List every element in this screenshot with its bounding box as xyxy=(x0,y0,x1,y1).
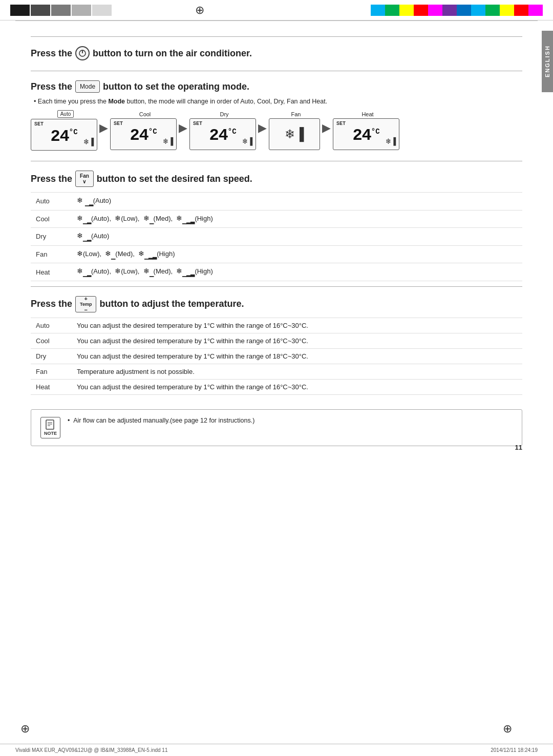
color-block-purple xyxy=(442,5,457,16)
mode-heading-text: button to set the operating mode. xyxy=(103,81,249,92)
fan-icon-auto: ❄︎▐ xyxy=(84,137,94,147)
color-block-green2 xyxy=(485,5,500,16)
temp-dry: 24 xyxy=(209,126,227,145)
section-temperature: Press the + Temp − button to adjust the … xyxy=(31,286,522,400)
temp-desc-dry: You can adjust the desired temperature b… xyxy=(72,348,522,364)
color-block-red2 xyxy=(514,5,528,16)
fan-speeds-fan: ❄︎(Low), ❄︎▁(Med), ❄︎▁▂▃(High) xyxy=(72,245,522,263)
fan-row-dry: Dry ❄︎▁▂(Auto) xyxy=(31,228,522,246)
top-bar: ⊕ xyxy=(0,0,553,20)
compass-center: ⊕ xyxy=(195,4,204,17)
note-label-text: NOTE xyxy=(44,431,57,436)
color-block xyxy=(10,5,30,16)
temp-mode-fan: Fan xyxy=(31,364,72,379)
temp-row-dry: Dry You can adjust the desired temperatu… xyxy=(31,348,522,364)
power-button-icon xyxy=(75,46,90,60)
fan-btn-top: Fan xyxy=(80,173,89,179)
color-block-blue xyxy=(457,5,471,16)
fan-mode-fan: Fan xyxy=(31,245,72,263)
bottom-right-crosshair: ⊕ xyxy=(503,722,512,736)
color-block-cyan2 xyxy=(471,5,485,16)
set-label-dry: SET xyxy=(193,121,202,127)
mode-heat: Heat SET 24°C ❄︎▐ xyxy=(333,111,399,150)
color-blocks-right xyxy=(371,5,543,16)
arrow-1: ▶ xyxy=(99,121,108,140)
temp-row-cool: Cool You can adjust the desired temperat… xyxy=(31,333,522,348)
mode-heading: Press the Mode button to set the operati… xyxy=(31,80,522,93)
color-block xyxy=(92,5,112,16)
mode-dry: Dry SET 24°C ❄︎▐ xyxy=(189,111,256,150)
power-svg-icon xyxy=(78,49,87,57)
fan-row-heat: Heat ❄︎▁▂(Auto), ❄︎(Low), ❄︎▁(Med), ❄︎▁▂… xyxy=(31,263,522,281)
temp-row-fan: Fan Temperature adjustment is not possib… xyxy=(31,364,522,379)
lcd-heat: SET 24°C ❄︎▐ xyxy=(333,118,399,150)
mode-cool: Cool SET 24°C ❄︎▐ xyxy=(110,111,177,150)
mode-bullet-text: Each time you press the Mode button, the… xyxy=(31,98,522,105)
fan-row-auto: Auto ❄︎ ▁▂(Auto) xyxy=(31,193,522,211)
temp-btn-temp: Temp xyxy=(80,302,92,307)
section-power: Press the button to turn on the air cond… xyxy=(31,36,522,71)
arrow-4: ▶ xyxy=(322,121,331,140)
color-block-yellow xyxy=(399,5,414,16)
footer-right-text: 2014/12/11 18:24:19 xyxy=(491,747,538,753)
fan-icon-fan: ❄︎▐ xyxy=(285,127,304,141)
heat-label: Heat xyxy=(358,111,373,117)
fan-row-fan: Fan ❄︎(Low), ❄︎▁(Med), ❄︎▁▂▃(High) xyxy=(31,245,522,263)
bottom-left-crosshair: ⊕ xyxy=(20,722,30,736)
temp-row-auto: Auto You can adjust the desired temperat… xyxy=(31,318,522,333)
fan-icon-cool: ❄︎▐ xyxy=(163,136,173,146)
footer: Vivaldi MAX EUR_AQV09&12U@ @ IB&IM_33988… xyxy=(0,744,553,756)
temp-auto: 24 xyxy=(50,127,69,146)
note-bullet: • xyxy=(68,417,70,424)
temp-press-label: Press the xyxy=(31,299,72,309)
degree-heat: °C xyxy=(371,128,380,136)
fan-icon-auto-row: ❄︎ xyxy=(77,196,83,204)
note-icon: NOTE xyxy=(40,417,60,438)
color-block-yellow2 xyxy=(500,5,514,16)
fan-speeds-auto: ❄︎ ▁▂(Auto) xyxy=(72,193,522,211)
temp-btn-plus: + xyxy=(84,296,88,302)
temp-heat: 24 xyxy=(352,126,371,145)
lcd-fan: ❄︎▐ xyxy=(269,118,320,150)
cool-label: Cool xyxy=(136,111,151,117)
fan-press-label: Press the xyxy=(31,174,72,184)
temp-mode-cool: Cool xyxy=(31,333,72,348)
fan-speeds-heat: ❄︎▁▂(Auto), ❄︎(Low), ❄︎▁(Med), ❄︎▁▂▃(Hig… xyxy=(72,263,522,281)
fan-speed-heading: Press the Fan ∨ button to set the desire… xyxy=(31,171,522,187)
section-fan-speed: Press the Fan ∨ button to set the desire… xyxy=(31,161,522,286)
main-content: Press the button to turn on the air cond… xyxy=(0,21,553,461)
fan-row-cool: Cool ❄︎▁▂(Auto), ❄︎(Low), ❄︎▁(Med), ❄︎▁▂… xyxy=(31,210,522,228)
mode-fan: Fan ❄︎▐ xyxy=(269,111,320,150)
power-heading: Press the button to turn on the air cond… xyxy=(31,46,522,60)
auto-label-box: Auto xyxy=(57,110,74,118)
mode-auto: Auto SET 24°C ❄︎▐ xyxy=(31,110,97,151)
set-label-heat: SET xyxy=(336,121,346,127)
fan-icon-heat: ❄︎▐ xyxy=(386,136,396,146)
arrow-2: ▶ xyxy=(179,121,187,140)
mode-press-label: Press the xyxy=(31,81,72,92)
fan-mode-heat: Heat xyxy=(31,263,72,281)
lcd-cool: SET 24°C ❄︎▐ xyxy=(110,118,177,150)
fan-mode-auto: Auto xyxy=(31,193,72,211)
temp-row-heat: Heat You can adjust the desired temperat… xyxy=(31,379,522,394)
temp-cool: 24 xyxy=(130,126,148,145)
temp-desc-cool: You can adjust the desired temperature b… xyxy=(72,333,522,348)
temp-desc-auto: You can adjust the desired temperature b… xyxy=(72,318,522,333)
footer-left-text: Vivaldi MAX EUR_AQV09&12U@ @ IB&IM_33988… xyxy=(15,747,168,753)
compass-icon: ⊕ xyxy=(195,4,204,16)
set-label-cool: SET xyxy=(114,121,123,127)
fan-label: Fan xyxy=(288,111,301,117)
color-block-red xyxy=(414,5,428,16)
note-content: • Air flow can be adjusted manually.(see… xyxy=(68,417,254,424)
color-block-magenta2 xyxy=(528,5,543,16)
temp-btn-minus: − xyxy=(84,307,88,313)
color-block xyxy=(31,5,50,16)
temp-heading: Press the + Temp − button to adjust the … xyxy=(31,296,522,312)
fan-speed-table: Auto ❄︎ ▁▂(Auto) Cool ❄︎▁▂(Auto), ❄︎(Low… xyxy=(31,192,522,281)
temp-mode-auto: Auto xyxy=(31,318,72,333)
fan-speed-heading-text: button to set the desired fan speed. xyxy=(97,174,252,184)
temp-desc-fan: Temperature adjustment is not possible. xyxy=(72,364,522,379)
color-block-cyan xyxy=(371,5,385,16)
fan-btn-bottom: ∨ xyxy=(82,179,86,184)
section-mode: Press the Mode button to set the operati… xyxy=(31,71,522,161)
